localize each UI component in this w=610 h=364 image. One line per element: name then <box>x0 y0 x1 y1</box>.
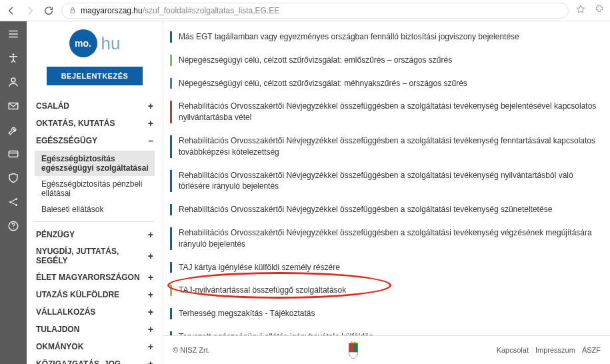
nav-sub-egeszsegbizt-penz[interactable]: Egészségbiztosítás pénzbeli ellátásai <box>35 176 155 201</box>
accent-bar <box>170 31 172 43</box>
share-icon[interactable] <box>6 195 21 209</box>
nav-item-elet[interactable]: ÉLET MAGYARORSZÁGON+ <box>35 269 155 286</box>
footer-link-aszf[interactable]: ÁSZF <box>582 346 601 354</box>
logo-suffix: hu <box>101 33 121 54</box>
expand-icon: + <box>144 341 153 352</box>
nav-item-penzugy[interactable]: PÉNZÜGY+ <box>35 226 155 243</box>
svg-point-6 <box>15 198 17 200</box>
reload-button[interactable] <box>43 5 55 17</box>
accent-bar <box>170 135 172 158</box>
expand-icon: + <box>144 359 153 364</box>
result-item[interactable]: Rehabilitációs Orvosszakértői Névjegyzék… <box>170 95 601 129</box>
nav-item-okmanyok[interactable]: OKMÁNYOK+ <box>35 338 155 355</box>
svg-rect-4 <box>9 151 18 157</box>
accent-bar <box>170 308 172 319</box>
accent-bar <box>170 262 172 273</box>
svg-rect-11 <box>353 343 358 352</box>
url-path: /szuf_fooldal#szolgaltatas_lista,EG.EE <box>143 6 279 15</box>
svg-point-5 <box>9 201 11 203</box>
result-item[interactable]: TAJ kártya igénylése külföldi személy ré… <box>170 256 601 279</box>
footer-links: Kapcsolat Impresszum ÁSZF <box>497 346 601 354</box>
menu-icon[interactable] <box>6 27 21 41</box>
footer: © NISZ Zrt. Kapcsolat Impresszum ÁSZF <box>163 335 610 364</box>
results-list: Más EGT tagállamban vagy egyezményes ors… <box>163 21 610 335</box>
nav-sub-egeszsegbizt-szolg[interactable]: Egészségbiztosítás egészségügyi szolgált… <box>35 151 155 176</box>
result-item[interactable]: Rehabilitációs Orvosszakértői Névjegyzék… <box>170 129 601 164</box>
site-logo[interactable]: mo. hu <box>35 29 155 57</box>
expand-icon: + <box>144 101 153 111</box>
expand-icon: + <box>144 307 153 317</box>
card-icon[interactable] <box>6 147 21 161</box>
browser-chrome: magyarorszag.hu/szuf_fooldal#szolgaltata… <box>0 0 610 21</box>
footer-link-kapcsolat[interactable]: Kapcsolat <box>497 346 529 354</box>
accent-bar <box>170 204 172 215</box>
extension-icon[interactable] <box>594 4 605 17</box>
nav-item-egeszsegugy[interactable]: EGÉSZSÉGÜGY– <box>35 132 155 149</box>
address-bar[interactable]: magyarorszag.hu/szuf_fooldal#szolgaltata… <box>61 3 569 19</box>
result-item[interactable]: Népegészségügyi célú, célzott szűrővizsg… <box>170 72 601 95</box>
expand-icon: + <box>144 118 153 129</box>
result-item[interactable]: Rehabilitációs Orvosszakértői Névjegyzék… <box>170 164 601 199</box>
accent-bar <box>170 170 172 193</box>
result-item[interactable]: Más EGT tagállamban vagy egyezményes ors… <box>170 25 601 49</box>
svg-point-7 <box>15 204 17 206</box>
wrench-icon[interactable] <box>6 123 21 137</box>
accent-bar <box>170 55 172 66</box>
star-icon[interactable] <box>575 4 586 17</box>
result-item[interactable]: Rehabilitációs Orvosszakértői Névjegyzék… <box>170 221 601 256</box>
nav-item-vallalkozas[interactable]: VÁLLALKOZÁS+ <box>35 303 155 321</box>
expand-icon: + <box>144 324 153 335</box>
nav-item-tulajdon[interactable]: TULAJDON+ <box>35 321 155 338</box>
nav-item-oktatas[interactable]: OKTATÁS, KUTATÁS+ <box>35 115 155 132</box>
nav-item-kozigazgatas[interactable]: KÖZIGAZGATÁS, JOG+ <box>35 355 155 364</box>
footer-link-impresszum[interactable]: Impresszum <box>535 346 575 354</box>
result-item[interactable]: Terhesség megszakítás - Tájékoztatás <box>170 302 601 325</box>
main-column: Más EGT tagállamban vagy egyezményes ors… <box>163 21 610 364</box>
app-root: mo. hu BEJELENTKEZÉS CSALÁD+ OKTATÁS, KU… <box>0 21 610 364</box>
nav-separator <box>35 221 155 222</box>
nav-item-utazas[interactable]: UTAZÁS KÜLFÖLDRE+ <box>35 286 155 303</box>
nav-item-nyugdij[interactable]: NYUGDÍJ, JUTTATÁS, SEGÉLY+ <box>35 243 155 269</box>
accent-bar <box>170 101 172 123</box>
shield-icon[interactable] <box>6 171 21 185</box>
back-button[interactable] <box>5 5 17 17</box>
nav-sub-baleseti[interactable]: Baleseti ellátások <box>35 201 155 217</box>
user-icon[interactable] <box>6 75 21 89</box>
help-icon[interactable] <box>6 219 21 233</box>
left-column: mo. hu BEJELENTKEZÉS CSALÁD+ OKTATÁS, KU… <box>27 21 163 364</box>
result-item-highlighted[interactable]: TAJ-nyilvántartással összefüggő szolgált… <box>170 279 601 302</box>
logo-circle: mo. <box>69 29 97 57</box>
nav-item-csalad[interactable]: CSALÁD+ <box>35 97 155 115</box>
footer-copyright: © NISZ Zrt. <box>173 346 210 354</box>
mail-icon[interactable] <box>6 99 21 113</box>
expand-icon: + <box>144 251 153 261</box>
accent-bar <box>170 285 172 296</box>
result-item[interactable]: Tervezett egészségügyi ellátás igénybevé… <box>170 325 601 335</box>
collapse-icon: – <box>144 135 153 146</box>
svg-point-2 <box>11 78 15 82</box>
expand-icon: + <box>144 289 153 300</box>
login-button[interactable]: BEJELENTKEZÉS <box>47 67 143 85</box>
accent-bar <box>170 227 172 250</box>
result-item[interactable]: Rehabilitációs Orvosszakértői Névjegyzék… <box>170 198 601 221</box>
icon-rail <box>0 21 27 364</box>
accessibility-icon[interactable] <box>6 51 21 65</box>
svg-rect-0 <box>71 10 75 13</box>
hungarian-crest-icon <box>210 340 497 360</box>
svg-rect-10 <box>349 343 353 352</box>
expand-icon: + <box>144 272 153 283</box>
url-host: magyarorszag.hu <box>81 6 143 15</box>
accent-bar <box>170 78 172 89</box>
forward-button <box>24 5 36 17</box>
nav-list: CSALÁD+ OKTATÁS, KUTATÁS+ EGÉSZSÉGÜGY– E… <box>35 97 155 364</box>
expand-icon: + <box>144 229 153 240</box>
svg-point-9 <box>13 228 14 229</box>
svg-point-1 <box>13 53 15 55</box>
lock-icon <box>69 7 77 15</box>
result-item[interactable]: Népegészségügyi célú, célzott szűrővizsg… <box>170 49 601 72</box>
